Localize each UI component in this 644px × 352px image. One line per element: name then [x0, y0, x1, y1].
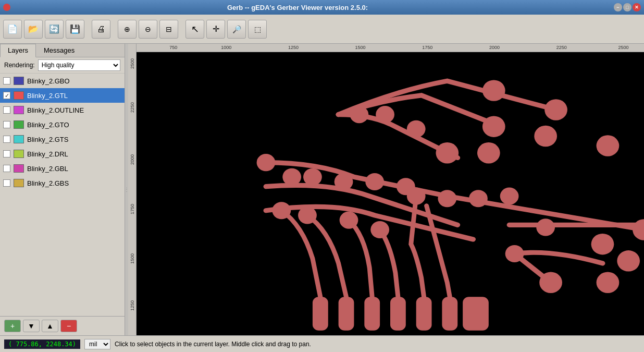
svg-point-20 — [536, 219, 555, 236]
layer-color-swatch[interactable] — [14, 135, 24, 143]
layer-name-label: Blinky_2.DRL — [27, 150, 121, 158]
move-up-button[interactable]: ▲ — [42, 320, 58, 332]
layer-color-swatch[interactable] — [14, 77, 24, 85]
layer-checkbox[interactable] — [3, 165, 10, 172]
svg-point-0 — [350, 106, 368, 123]
pan-button[interactable]: ✛ — [206, 20, 225, 39]
layer-name-label: Blinky_2.GBL — [27, 165, 121, 173]
layer-item[interactable]: Blinky_2.GTO — [0, 117, 125, 132]
svg-point-21 — [591, 234, 614, 254]
canvas-area[interactable]: 750 1000 1250 1500 1750 2000 2250 2500 2… — [128, 44, 644, 335]
zoom-fit-button[interactable]: ⊟ — [159, 20, 178, 39]
svg-point-14 — [335, 173, 353, 190]
measure-button[interactable]: ⬚ — [248, 20, 267, 39]
svg-point-13 — [303, 168, 322, 186]
maximize-button[interactable]: □ — [623, 3, 631, 11]
svg-point-33 — [272, 202, 291, 219]
ruler-top: 750 1000 1250 1500 1750 2000 2250 2500 — [128, 44, 644, 52]
layer-color-swatch[interactable] — [14, 164, 24, 173]
ruler-mark: 2500 — [130, 58, 135, 69]
layer-color-swatch[interactable] — [14, 106, 24, 114]
new-button[interactable]: 📄 — [3, 20, 22, 39]
svg-rect-29 — [390, 297, 406, 330]
layer-list: Blinky_2.GBOBlinky_2.GTLBlinky_2.OUTLINE… — [0, 74, 125, 316]
layer-color-swatch[interactable] — [14, 91, 24, 100]
svg-point-35 — [340, 212, 358, 229]
print-button[interactable]: 🖨 — [92, 20, 110, 39]
ruler-mark: 1000 — [221, 45, 231, 50]
zoom-area-button[interactable]: 🔎 — [227, 20, 246, 39]
svg-point-10 — [633, 219, 644, 240]
unit-select[interactable]: mil mm in — [84, 339, 110, 349]
layer-checkbox[interactable] — [3, 92, 10, 99]
svg-point-19 — [500, 188, 519, 205]
rendering-row: Rendering: Fast Normal High quality — [0, 57, 125, 74]
pcb-canvas[interactable] — [137, 52, 644, 335]
zoom-out-button[interactable]: ⊖ — [139, 20, 157, 39]
move-down-button[interactable]: ▼ — [23, 320, 40, 332]
layer-color-swatch[interactable] — [14, 150, 24, 158]
add-layer-button[interactable]: + — [4, 320, 21, 332]
svg-point-8 — [544, 99, 567, 120]
svg-point-17 — [438, 190, 456, 207]
svg-point-36 — [370, 221, 389, 238]
layer-checkbox[interactable] — [3, 106, 10, 114]
layer-checkbox[interactable] — [3, 150, 10, 157]
ruler-mark: 1500 — [130, 253, 135, 264]
select-button[interactable]: ↖ — [185, 20, 204, 39]
svg-point-5 — [482, 116, 505, 137]
svg-point-6 — [534, 126, 557, 147]
layer-item[interactable]: Blinky_2.GTS — [0, 132, 125, 147]
close-button[interactable]: ✕ — [633, 3, 641, 11]
delete-layer-button[interactable]: − — [60, 320, 77, 332]
ruler-mark: 1250 — [130, 300, 135, 311]
svg-point-7 — [482, 80, 505, 101]
svg-point-37 — [407, 188, 426, 205]
status-message: Click to select objects in the current l… — [115, 341, 640, 348]
layer-checkbox[interactable] — [3, 77, 10, 84]
tab-messages[interactable]: Messages — [36, 44, 82, 57]
ruler-mark: 1500 — [355, 45, 366, 50]
svg-rect-28 — [364, 297, 380, 330]
svg-point-25 — [597, 272, 620, 293]
coordinates-display: ( 775.86, 2248.34) — [4, 339, 80, 349]
layer-color-swatch[interactable] — [14, 120, 24, 129]
minimize-button[interactable]: − — [614, 3, 622, 11]
window-title: Gerb -- gEDA's Gerber Viewer version 2.5… — [0, 4, 614, 11]
layer-name-label: Blinky_2.GTL — [27, 92, 121, 100]
ruler-mark: 750 — [169, 45, 177, 50]
layer-color-swatch[interactable] — [14, 179, 24, 187]
svg-point-11 — [257, 154, 276, 171]
svg-point-12 — [282, 168, 301, 186]
rendering-select[interactable]: Fast Normal High quality — [38, 59, 120, 71]
svg-point-1 — [376, 106, 394, 123]
ruler-mark: 2500 — [618, 45, 629, 50]
svg-rect-30 — [416, 297, 432, 330]
titlebar: Gerb -- gEDA's Gerber Viewer version 2.5… — [0, 0, 644, 15]
ruler-mark: 2000 — [489, 45, 500, 50]
layer-item[interactable]: Blinky_2.GTL — [0, 88, 125, 103]
layer-item[interactable]: Blinky_2.OUTLINE — [0, 103, 125, 117]
pcb-svg — [137, 52, 644, 335]
ruler-mark: 1750 — [130, 204, 135, 214]
svg-point-15 — [365, 173, 384, 190]
bottom-bar: ( 775.86, 2248.34) mil mm in Click to se… — [0, 335, 644, 352]
ruler-mark: 2000 — [130, 154, 135, 165]
ruler-mark: 1750 — [422, 45, 432, 50]
layer-item[interactable]: Blinky_2.DRL — [0, 147, 125, 161]
layer-item[interactable]: Blinky_2.GBO — [0, 74, 125, 88]
tab-layers[interactable]: Layers — [0, 44, 36, 57]
open-button[interactable]: 📂 — [24, 20, 43, 39]
layer-checkbox[interactable] — [3, 136, 10, 143]
svg-point-2 — [407, 120, 426, 138]
layer-checkbox[interactable] — [3, 179, 10, 187]
zoom-in-button[interactable]: ⊕ — [118, 20, 137, 39]
svg-rect-31 — [442, 297, 457, 330]
save-button[interactable]: 💾 — [66, 20, 84, 39]
layer-checkbox[interactable] — [3, 121, 10, 128]
layer-item[interactable]: Blinky_2.GBS — [0, 176, 125, 190]
ruler-mark: 2250 — [556, 45, 567, 50]
layer-item[interactable]: Blinky_2.GBL — [0, 161, 125, 176]
reload-button[interactable]: 🔄 — [45, 20, 64, 39]
svg-point-22 — [617, 250, 640, 271]
